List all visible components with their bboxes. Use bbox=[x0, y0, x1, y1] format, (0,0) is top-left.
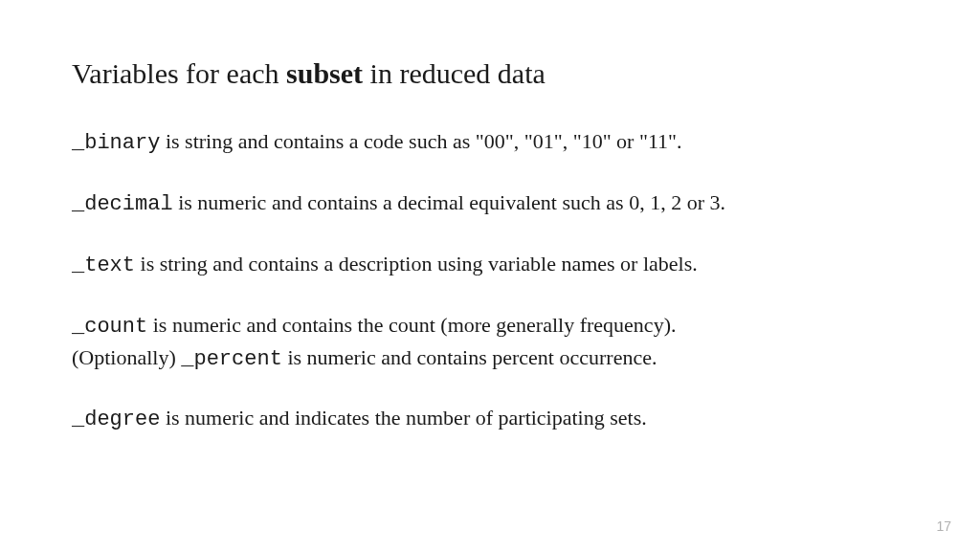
desc-binary: is string and contains a code such as "0… bbox=[160, 129, 681, 153]
entry-count: _count is numeric and contains the count… bbox=[72, 310, 908, 342]
desc-text: is string and contains a description usi… bbox=[135, 252, 698, 276]
page-number: 17 bbox=[936, 518, 951, 534]
entry-decimal: _decimal is numeric and contains a decim… bbox=[72, 187, 908, 220]
var-degree: _degree bbox=[72, 408, 160, 431]
title-post: in reduced data bbox=[363, 57, 546, 89]
var-decimal: _decimal bbox=[72, 192, 173, 216]
entry-binary: _binary is string and contains a code su… bbox=[72, 126, 908, 159]
desc-percent: is numeric and contains percent occurren… bbox=[282, 345, 657, 369]
desc-decimal: is numeric and contains a decimal equiva… bbox=[173, 190, 725, 214]
title-pre: Variables for each bbox=[72, 57, 286, 89]
entry-text: _text is string and contains a descripti… bbox=[72, 249, 908, 281]
slide-title: Variables for each subset in reduced dat… bbox=[72, 57, 908, 90]
percent-pre: (Optionally) bbox=[72, 345, 181, 369]
var-text: _text bbox=[72, 253, 135, 277]
var-count: _count bbox=[72, 315, 147, 339]
desc-count: is numeric and contains the count (more … bbox=[147, 313, 676, 337]
desc-degree: is numeric and indicates the number of p… bbox=[160, 406, 646, 430]
entry-percent: (Optionally) _percent is numeric and con… bbox=[72, 342, 908, 375]
title-bold: subset bbox=[286, 57, 363, 89]
var-percent: _percent bbox=[181, 347, 282, 371]
entry-degree: _degree is numeric and indicates the num… bbox=[72, 403, 908, 435]
var-binary: _binary bbox=[72, 131, 160, 155]
